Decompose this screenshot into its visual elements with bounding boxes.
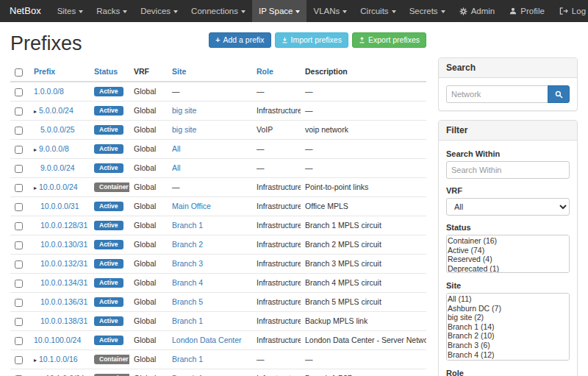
indent bbox=[34, 266, 40, 266]
nav-item-circuits[interactable]: Circuits bbox=[354, 0, 402, 22]
site-link[interactable]: Branch 1 bbox=[172, 221, 203, 230]
vrf-filter-label: VRF bbox=[446, 186, 570, 195]
add-prefix-button[interactable]: + Add a prefix bbox=[209, 32, 270, 48]
site-link[interactable]: Main Office bbox=[172, 202, 211, 210]
vrf-value: Global bbox=[129, 101, 168, 120]
row-checkbox[interactable] bbox=[15, 107, 23, 116]
table-row: ▸10.1.0.0/16 Container Global Branch 1 —… bbox=[10, 350, 426, 369]
vrf-value: Global bbox=[129, 177, 168, 196]
option[interactable]: Ashburn DC (7) bbox=[448, 304, 568, 313]
option[interactable]: Branch 3 (6) bbox=[448, 341, 568, 350]
row-checkbox[interactable] bbox=[15, 146, 23, 154]
option[interactable]: Container (16) bbox=[448, 236, 568, 246]
nav-item-vlans[interactable]: VLANs bbox=[306, 0, 354, 22]
prefix-link[interactable]: 10.0.0.132/31 bbox=[40, 259, 87, 268]
site-link[interactable]: All bbox=[172, 163, 181, 172]
prefix-link[interactable]: 10.0.0.138/31 bbox=[40, 316, 87, 325]
site-link[interactable]: Branch 1 bbox=[172, 355, 203, 363]
prefix-link[interactable]: 5.0.0.0/24 bbox=[39, 106, 74, 115]
search-button[interactable] bbox=[548, 85, 570, 103]
nav-item-admin[interactable]: Admin bbox=[452, 0, 503, 22]
option[interactable]: Reserved (4) bbox=[448, 255, 568, 264]
nav-item-profile[interactable]: Profile bbox=[502, 0, 552, 22]
status-filter-list[interactable]: Container (16)Active (74)Reserved (4)Dep… bbox=[446, 235, 570, 273]
row-checkbox[interactable] bbox=[15, 241, 23, 249]
site-cell: All bbox=[168, 139, 252, 158]
export-prefixes-button[interactable]: Export prefixes bbox=[352, 32, 426, 48]
nav-item-secrets[interactable]: Secrets bbox=[403, 0, 452, 22]
nav-item-log-out[interactable]: Log out bbox=[552, 0, 588, 22]
table-row: 10.0.0.130/31 Active Global Branch 2 Inf… bbox=[10, 235, 426, 254]
option[interactable]: Branch 4 (12) bbox=[448, 350, 568, 360]
row-checkbox[interactable] bbox=[15, 165, 23, 173]
row-checkbox[interactable] bbox=[15, 299, 23, 307]
column-header-role[interactable]: Role bbox=[257, 67, 273, 76]
site-link[interactable]: All bbox=[172, 144, 181, 153]
filter-panel: Filter Search Within VRF All Status Cont… bbox=[438, 120, 578, 376]
prefix-link[interactable]: 10.0.0.128/31 bbox=[40, 221, 87, 230]
description-value: — bbox=[301, 139, 426, 158]
status-badge: Active bbox=[94, 259, 123, 269]
prefix-link[interactable]: 5.0.0.0/25 bbox=[40, 125, 75, 134]
prefix-link[interactable]: 9.0.0.0/24 bbox=[40, 163, 75, 172]
select-all-checkbox[interactable] bbox=[15, 68, 23, 77]
import-icon bbox=[282, 37, 288, 43]
site-link[interactable]: big site bbox=[172, 125, 196, 134]
expand-caret-icon: ▸ bbox=[34, 185, 37, 191]
nav-item-ip-space[interactable]: IP Space bbox=[252, 0, 306, 22]
nav-item-devices[interactable]: Devices bbox=[134, 0, 184, 22]
prefix-link[interactable]: 1.0.0.0/8 bbox=[34, 87, 64, 96]
prefix-link[interactable]: 10.0.0.136/31 bbox=[40, 297, 87, 306]
prefix-link[interactable]: 10.1.0.0/16 bbox=[39, 355, 78, 363]
row-checkbox[interactable] bbox=[15, 127, 23, 135]
column-header-prefix[interactable]: Prefix bbox=[34, 67, 55, 76]
import-prefixes-button[interactable]: Import prefixes bbox=[275, 32, 348, 48]
row-checkbox[interactable] bbox=[15, 318, 23, 326]
vrf-select[interactable]: All bbox=[446, 198, 570, 216]
nav-item-label: Devices bbox=[140, 7, 171, 15]
prefix-link[interactable]: 10.0.0.134/31 bbox=[40, 278, 87, 287]
nav-item-connections[interactable]: Connections bbox=[184, 0, 252, 22]
row-checkbox[interactable] bbox=[15, 222, 23, 230]
site-link[interactable]: Branch 5 bbox=[172, 297, 203, 306]
option[interactable]: Deprecated (1) bbox=[448, 264, 568, 273]
site-filter-list[interactable]: All (11)Ashburn DC (7)big site (2)Branch… bbox=[446, 293, 570, 361]
nav-item-racks[interactable]: Racks bbox=[90, 0, 134, 22]
site-cell: All bbox=[168, 158, 252, 177]
site-link[interactable]: Branch 2 bbox=[172, 240, 203, 249]
option[interactable]: Branch 5 (7) bbox=[448, 359, 568, 361]
search-panel: Search bbox=[438, 57, 578, 111]
site-link[interactable]: London Data Center bbox=[172, 336, 242, 344]
nav-item-sites[interactable]: Sites bbox=[51, 0, 90, 22]
prefix-link[interactable]: 10.0.100.0/24 bbox=[34, 336, 81, 344]
search-input[interactable] bbox=[446, 85, 548, 103]
option[interactable]: Branch 1 (14) bbox=[448, 322, 568, 332]
row-checkbox[interactable] bbox=[15, 88, 23, 96]
site-cell: Branch 1 bbox=[168, 369, 252, 376]
row-checkbox[interactable] bbox=[15, 203, 23, 211]
row-checkbox[interactable] bbox=[15, 260, 23, 269]
site-link[interactable]: Branch 1 bbox=[172, 316, 203, 325]
search-within-input[interactable] bbox=[446, 161, 570, 179]
site-link[interactable]: Branch 4 bbox=[172, 278, 203, 287]
nav-item-label: Circuits bbox=[360, 7, 388, 15]
site-link[interactable]: Branch 3 bbox=[172, 259, 203, 268]
row-checkbox[interactable] bbox=[15, 356, 23, 364]
column-header-status[interactable]: Status bbox=[94, 67, 118, 76]
prefix-link[interactable]: 10.0.0.0/31 bbox=[40, 202, 79, 210]
table-row: 10.0.0.0/31 Active Global Main Office In… bbox=[10, 196, 426, 216]
column-header-site[interactable]: Site bbox=[172, 67, 186, 76]
option[interactable]: big site (2) bbox=[448, 313, 568, 322]
row-checkbox[interactable] bbox=[15, 184, 23, 192]
site-link[interactable]: big site bbox=[172, 106, 196, 115]
row-checkbox[interactable] bbox=[15, 280, 23, 288]
prefix-link[interactable]: 10.0.0.130/31 bbox=[40, 240, 87, 249]
brand[interactable]: NetBox bbox=[0, 0, 51, 22]
prefix-link[interactable]: 9.0.0.0/8 bbox=[39, 144, 69, 153]
option[interactable]: All (11) bbox=[448, 294, 568, 304]
option[interactable]: Active (74) bbox=[448, 246, 568, 255]
row-checkbox[interactable] bbox=[15, 337, 23, 345]
nav-item-label: Secrets bbox=[409, 7, 438, 15]
option[interactable]: Branch 2 (10) bbox=[448, 331, 568, 341]
prefix-link[interactable]: 10.0.0.0/24 bbox=[39, 182, 78, 191]
